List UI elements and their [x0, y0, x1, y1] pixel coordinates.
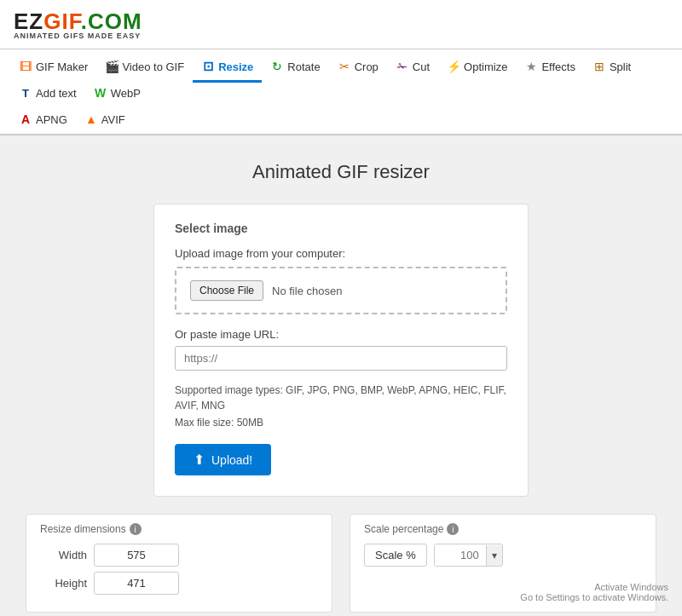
nav-cut-label: Cut [413, 60, 430, 73]
scale-dropdown-button[interactable]: ▾ [486, 545, 502, 566]
width-label: Width [40, 549, 87, 561]
height-input[interactable] [94, 572, 179, 595]
width-row: Width [40, 544, 318, 567]
upload-label: Upload image from your computer: [175, 247, 507, 260]
nav-effects[interactable]: ★ Effects [516, 55, 584, 83]
scale-section-label: Scale percentage i [364, 523, 642, 535]
scale-input-wrap: ▾ [434, 544, 503, 567]
resize-info-icon[interactable]: i [130, 523, 142, 535]
nav-avif[interactable]: ▲ AVIF [76, 107, 134, 135]
nav-resize[interactable]: ⊡ Resize [193, 55, 262, 83]
main-nav: 🎞 GIF Maker 🎬 Video to GIF ⊡ Resize ↻ Ro… [0, 49, 682, 135]
nav-gif-maker-label: GIF Maker [36, 60, 88, 73]
site-logo[interactable]: EZGIF.COM ANIMATED GIFS MADE EASY [14, 9, 142, 40]
scale-box: Scale percentage i Scale % ▾ [350, 514, 656, 613]
bottom-section: Resize dimensions i Width Height Scale p… [26, 514, 656, 613]
crop-icon: ✂ [338, 60, 351, 73]
nav-video-to-gif-label: Video to GIF [122, 60, 184, 73]
nav-avif-label: AVIF [101, 113, 125, 126]
logo-gif: GIF [43, 9, 80, 34]
card-title: Select image [175, 222, 507, 235]
gif-maker-icon: 🎞 [19, 60, 32, 73]
nav-apng[interactable]: A APNG [10, 107, 76, 135]
nav-rotate-label: Rotate [287, 60, 320, 73]
nav-optimize-label: Optimize [464, 60, 507, 73]
nav-gif-maker[interactable]: 🎞 GIF Maker [10, 55, 96, 83]
avif-icon: ▲ [84, 112, 98, 126]
height-row: Height [40, 572, 318, 595]
nav-split-label: Split [610, 60, 631, 73]
nav-add-text[interactable]: T Add text [10, 81, 85, 109]
nav-crop[interactable]: ✂ Crop [329, 55, 387, 83]
nav-webp[interactable]: W WebP [85, 81, 149, 109]
no-file-label: No file chosen [272, 285, 342, 297]
resize-dimensions-label: Resize dimensions i [40, 523, 318, 535]
page-title: Animated GIF resizer [17, 161, 665, 183]
nav-crop-label: Crop [355, 60, 379, 73]
effects-icon: ★ [524, 60, 538, 73]
nav-add-text-label: Add text [36, 87, 77, 100]
main-content: Animated GIF resizer Select image Upload… [0, 135, 682, 616]
resize-dimensions-box: Resize dimensions i Width Height [26, 514, 332, 613]
upload-icon: ⬆ [194, 452, 205, 468]
upload-button-label: Upload! [211, 453, 252, 467]
video-to-gif-icon: 🎬 [105, 60, 118, 73]
nav-optimize[interactable]: ⚡ Optimize [438, 55, 516, 83]
choose-file-button[interactable]: Choose File [190, 280, 263, 301]
nav-cut[interactable]: ✁ Cut [387, 55, 438, 83]
logo-ez: EZ [14, 9, 43, 34]
url-label: Or paste image URL: [175, 328, 507, 341]
url-input[interactable] [175, 346, 507, 371]
upload-card: Select image Upload image from your comp… [153, 204, 529, 497]
optimize-icon: ⚡ [447, 60, 460, 73]
supported-types-text: Supported image types: GIF, JPG, PNG, BM… [175, 383, 507, 413]
logo-com: .COM [81, 9, 142, 34]
width-input[interactable] [94, 544, 179, 567]
nav-video-to-gif[interactable]: 🎬 Video to GIF [96, 55, 193, 83]
webp-icon: W [94, 86, 107, 100]
nav-resize-label: Resize [218, 60, 253, 73]
scale-percent-button[interactable]: Scale % [364, 544, 427, 567]
nav-rotate[interactable]: ↻ Rotate [262, 55, 328, 83]
nav-webp-label: WebP [111, 87, 141, 100]
height-label: Height [40, 577, 87, 590]
split-icon: ⊞ [592, 60, 606, 73]
nav-apng-label: APNG [36, 113, 67, 126]
file-input-area[interactable]: Choose File No file chosen [175, 267, 507, 314]
scale-row: Scale % ▾ [364, 544, 642, 567]
apng-icon: A [19, 112, 32, 126]
scale-info-icon[interactable]: i [447, 523, 459, 535]
max-size-text: Max file size: 50MB [175, 417, 507, 429]
nav-effects-label: Effects [541, 60, 575, 73]
add-text-icon: T [19, 86, 32, 100]
scale-input[interactable] [435, 544, 486, 566]
logo-tagline: ANIMATED GIFS MADE EASY [14, 32, 142, 40]
rotate-icon: ↻ [270, 60, 284, 73]
resize-icon: ⊡ [201, 60, 215, 73]
site-header: EZGIF.COM ANIMATED GIFS MADE EASY [0, 0, 682, 49]
cut-icon: ✁ [396, 60, 409, 73]
upload-button[interactable]: ⬆ Upload! [175, 444, 271, 475]
nav-split[interactable]: ⊞ Split [584, 55, 639, 83]
